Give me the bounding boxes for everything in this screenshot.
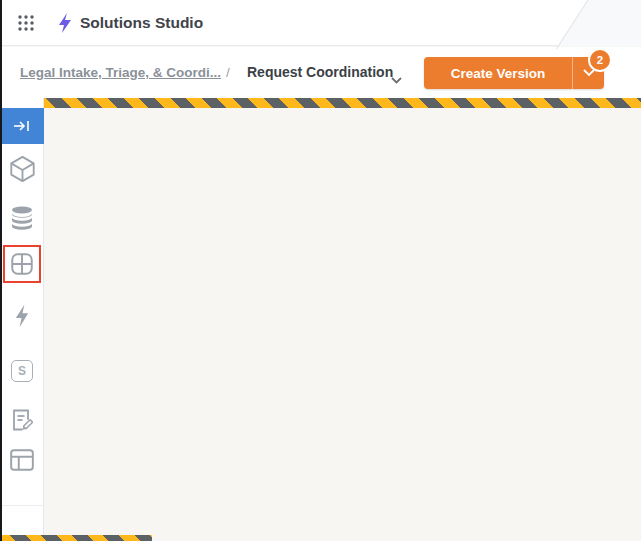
- top-bar: Solutions Studio: [0, 0, 641, 46]
- chevron-down-icon[interactable]: [391, 70, 402, 88]
- pending-changes-badge: 2: [588, 48, 612, 72]
- sidebar-item-automation[interactable]: [0, 298, 44, 334]
- sidebar-item-data-stores[interactable]: [0, 200, 44, 236]
- sidebar-expand-button[interactable]: [0, 108, 44, 144]
- breadcrumb-separator: /: [226, 65, 230, 80]
- s-tool-letter: S: [11, 360, 33, 382]
- create-version-label: Create Version: [424, 66, 572, 81]
- solutions-studio-window: Solutions Studio Legal Intake, Triage, &…: [0, 0, 641, 541]
- breadcrumb-bar: Legal Intake, Triage, & Coordi... / Requ…: [0, 47, 641, 98]
- window-left-edge: [0, 0, 2, 541]
- breadcrumb-current[interactable]: Request Coordination: [247, 64, 393, 80]
- sidebar-item-s-tool[interactable]: S: [0, 353, 44, 389]
- active-tool-highlight: [3, 245, 41, 283]
- app-launcher-icon[interactable]: [17, 14, 35, 32]
- tool-sidebar: S: [0, 98, 44, 541]
- app-title: Solutions Studio: [80, 14, 203, 32]
- hazard-stripe-top: [40, 98, 641, 108]
- sidebar-divider: [0, 505, 44, 506]
- workflow-canvas: [44, 108, 641, 541]
- sidebar-item-objects[interactable]: [0, 151, 44, 187]
- create-version-button[interactable]: Create Version: [424, 57, 604, 89]
- hazard-stripe-bottom: [0, 535, 152, 541]
- breadcrumb-parent-link[interactable]: Legal Intake, Triage, & Coordi...: [20, 65, 221, 80]
- sidebar-item-layout[interactable]: [0, 442, 44, 478]
- sidebar-item-document-edit[interactable]: [0, 402, 44, 438]
- lightning-logo-icon: [56, 12, 73, 38]
